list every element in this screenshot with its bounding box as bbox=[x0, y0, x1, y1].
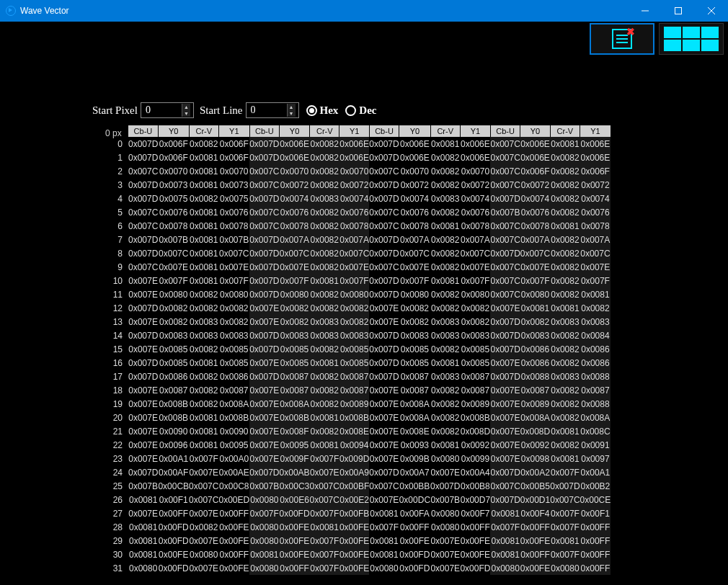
data-cell: 0x007E bbox=[580, 260, 611, 274]
spin-down-icon[interactable]: ▼ bbox=[182, 110, 190, 117]
data-cell: 0x007F bbox=[550, 548, 580, 561]
data-cell: 0x0096 bbox=[158, 438, 189, 452]
data-cell: 0x00E6 bbox=[280, 493, 310, 506]
table-row: 60x007C0x00780x00810x00780x007C0x00780x0… bbox=[101, 219, 611, 233]
data-cell: 0x00A1 bbox=[580, 465, 611, 479]
data-cell: 0x0085 bbox=[339, 356, 369, 370]
data-cell: 0x007E bbox=[369, 424, 399, 438]
data-cell: 0x0080 bbox=[249, 493, 279, 506]
data-cell: 0x0082 bbox=[310, 178, 339, 192]
data-cell: 0x00FE bbox=[399, 534, 430, 548]
minimize-button[interactable] bbox=[629, 0, 662, 22]
data-cell: 0x007E bbox=[490, 424, 520, 438]
data-cell: 0x0081 bbox=[128, 493, 158, 506]
data-cell: 0x007F bbox=[550, 506, 580, 520]
data-cell: 0x0074 bbox=[520, 192, 550, 205]
sheet-view-button[interactable]: ✖ bbox=[590, 23, 654, 55]
maximize-button[interactable] bbox=[662, 0, 695, 22]
data-cell: 0x0086 bbox=[520, 342, 550, 356]
data-cell: 0x007E bbox=[128, 315, 158, 329]
data-cell: 0x00B5 bbox=[520, 479, 550, 493]
data-cell: 0x007D bbox=[128, 246, 158, 260]
data-cell: 0x008A bbox=[520, 411, 550, 424]
column-header: Cr-V bbox=[189, 125, 218, 137]
data-cell: 0x008C bbox=[580, 424, 611, 438]
data-cell: 0x007D bbox=[369, 342, 399, 356]
data-cell: 0x0098 bbox=[520, 452, 550, 465]
data-cell: 0x0074 bbox=[339, 192, 369, 205]
data-cell: 0x007D bbox=[430, 479, 460, 493]
data-cell: 0x007E bbox=[249, 397, 279, 411]
data-cell: 0x0076 bbox=[218, 205, 249, 219]
row-index: 5 bbox=[101, 205, 128, 219]
data-cell: 0x0080 bbox=[158, 287, 189, 301]
close-button[interactable] bbox=[695, 0, 728, 22]
start-pixel-input[interactable]: 0 ▲▼ bbox=[141, 102, 194, 118]
data-cell: 0x0073 bbox=[218, 178, 249, 192]
data-cell: 0x007D bbox=[369, 178, 399, 192]
data-cell: 0x007C bbox=[490, 260, 520, 274]
column-header: Cr-V bbox=[310, 125, 339, 137]
data-cell: 0x007D bbox=[249, 260, 279, 274]
data-cell: 0x00FE bbox=[280, 548, 310, 561]
data-cell: 0x0081 bbox=[490, 548, 520, 561]
row-index: 21 bbox=[101, 424, 128, 438]
data-cell: 0x0081 bbox=[430, 438, 460, 452]
start-line-input[interactable]: 0 ▲▼ bbox=[246, 102, 299, 118]
dec-radio[interactable] bbox=[345, 105, 356, 116]
data-cell: 0x007C bbox=[128, 164, 158, 178]
data-cell: 0x0080 bbox=[430, 452, 460, 465]
data-cell: 0x0082 bbox=[550, 383, 580, 397]
spin-up-icon[interactable]: ▲ bbox=[182, 104, 190, 110]
data-cell: 0x0083 bbox=[460, 329, 490, 342]
spin-up-icon[interactable]: ▲ bbox=[287, 104, 296, 110]
table-row: 230x007E0x00A10x007F0x00A00x007E0x009F0x… bbox=[101, 452, 611, 465]
data-cell: 0x006E bbox=[580, 151, 611, 164]
data-cell: 0x007C bbox=[158, 246, 189, 260]
data-cell: 0x00FD bbox=[399, 548, 430, 561]
column-header: Cb-U bbox=[490, 125, 520, 137]
data-cell: 0x007C bbox=[490, 233, 520, 246]
data-cell: 0x0081 bbox=[430, 356, 460, 370]
data-cell: 0x00ED bbox=[218, 493, 249, 506]
data-cell: 0x008D bbox=[460, 424, 490, 438]
data-cell: 0x0081 bbox=[189, 356, 218, 370]
data-cell: 0x007C bbox=[369, 164, 399, 178]
row-index: 12 bbox=[101, 301, 128, 315]
data-cell: 0x007C bbox=[490, 274, 520, 287]
data-cell: 0x00FD bbox=[280, 506, 310, 520]
data-cell: 0x007B bbox=[430, 493, 460, 506]
row-index: 2 bbox=[101, 164, 128, 178]
data-cell: 0x0080 bbox=[490, 561, 520, 575]
data-cell: 0x007E bbox=[369, 493, 399, 506]
data-cell: 0x007E bbox=[128, 438, 158, 452]
spin-down-icon[interactable]: ▼ bbox=[287, 110, 296, 117]
data-cell: 0x0082 bbox=[218, 301, 249, 315]
grid-view-button[interactable] bbox=[659, 23, 724, 55]
table-row: 280x00810x00FD0x00820x00FE0x00800x00FE0x… bbox=[101, 520, 611, 534]
data-cell: 0x0081 bbox=[189, 260, 218, 274]
data-cell: 0x0083 bbox=[339, 329, 369, 342]
data-cell: 0x0082 bbox=[430, 178, 460, 192]
data-cell: 0x008B bbox=[158, 397, 189, 411]
hex-radio[interactable] bbox=[306, 105, 317, 116]
data-cell: 0x00CB bbox=[158, 479, 189, 493]
data-cell: 0x007E bbox=[128, 383, 158, 397]
data-cell: 0x00B8 bbox=[460, 479, 490, 493]
data-cell: 0x006F bbox=[158, 151, 189, 164]
data-cell: 0x0076 bbox=[399, 205, 430, 219]
data-cell: 0x0081 bbox=[550, 424, 580, 438]
data-cell: 0x0072 bbox=[399, 178, 430, 192]
data-cell: 0x0082 bbox=[310, 287, 339, 301]
data-cell: 0x00A7 bbox=[399, 465, 430, 479]
data-cell: 0x007D bbox=[490, 342, 520, 356]
column-header: Y1 bbox=[460, 125, 490, 137]
data-cell: 0x0091 bbox=[580, 438, 611, 452]
data-cell: 0x007E bbox=[128, 342, 158, 356]
data-cell: 0x0081 bbox=[550, 137, 580, 151]
data-cell: 0x007E bbox=[520, 260, 550, 274]
data-cell: 0x006F bbox=[520, 164, 550, 178]
data-cell: 0x0083 bbox=[399, 329, 430, 342]
data-cell: 0x007E bbox=[399, 260, 430, 274]
data-cell: 0x009F bbox=[280, 452, 310, 465]
